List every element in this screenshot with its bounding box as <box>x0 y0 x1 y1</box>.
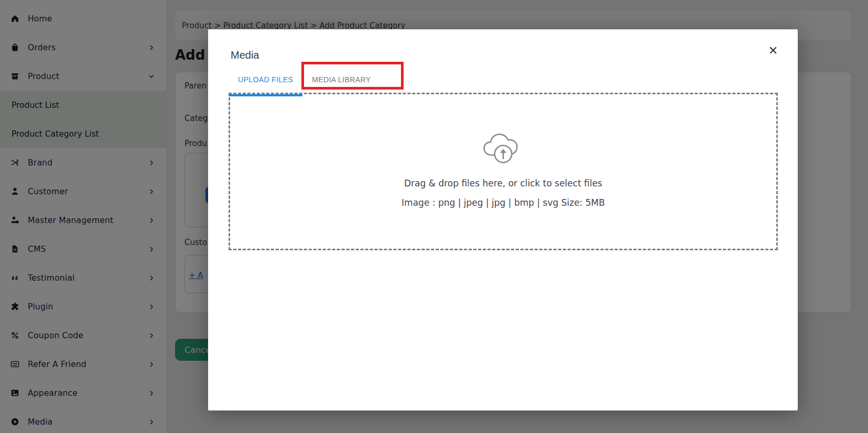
close-icon[interactable]: ✕ <box>763 40 784 61</box>
tab-label: UPLOAD FILES <box>238 75 293 84</box>
modal-tabs: UPLOAD FILES MEDIA LIBRARY <box>229 67 380 92</box>
dropzone-filetypes: Image : png | jpeg | jpg | bmp | svg Siz… <box>402 197 605 208</box>
file-dropzone[interactable]: Drag & drop files here, or click to sele… <box>229 93 778 250</box>
media-modal: Media ✕ UPLOAD FILES MEDIA LIBRARY Drag … <box>208 29 798 410</box>
modal-title: Media <box>231 49 259 61</box>
dropzone-instruction: Drag & drop files here, or click to sele… <box>404 178 602 188</box>
tab-media-library[interactable]: MEDIA LIBRARY <box>302 67 380 92</box>
tab-label: MEDIA LIBRARY <box>312 75 371 84</box>
cloud-upload-icon <box>480 128 526 169</box>
tab-upload-files[interactable]: UPLOAD FILES <box>229 67 302 92</box>
